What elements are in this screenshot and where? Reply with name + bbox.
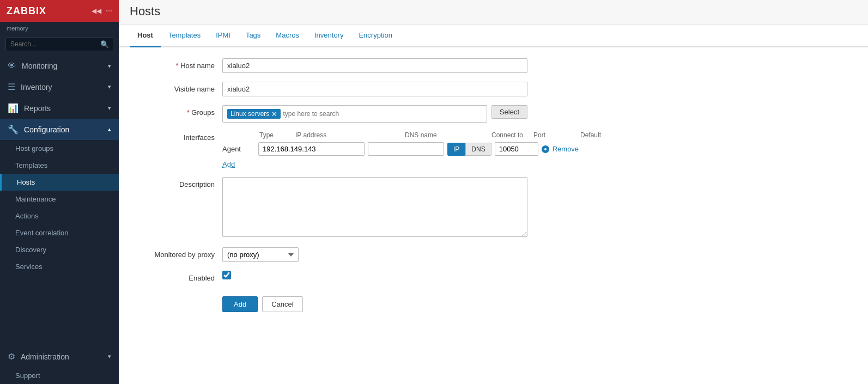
logo-icons: ◀◀ ⋯: [92, 7, 112, 15]
host-name-label: Host name: [135, 58, 222, 70]
sidebar-sub-actions[interactable]: Actions: [0, 208, 119, 224]
tab-encryption[interactable]: Encryption: [351, 25, 399, 47]
iface-header-connect: Connect to: [484, 131, 530, 139]
tab-ipmi[interactable]: IPMI: [208, 25, 238, 47]
interface-ip-input[interactable]: [258, 142, 365, 156]
visible-name-control: [222, 82, 527, 96]
reports-icon: 📊: [8, 103, 19, 113]
host-name-row: Host name: [135, 58, 852, 73]
groups-row: Groups Linux servers ✕ Select: [135, 105, 852, 123]
proxy-select[interactable]: (no proxy): [222, 247, 299, 262]
search-area: 🔍: [5, 37, 113, 51]
connect-ip-button[interactable]: IP: [447, 143, 465, 156]
inventory-icon: ☰: [8, 82, 15, 92]
add-interface-area: Add: [222, 160, 618, 168]
groups-field[interactable]: Linux servers ✕: [222, 105, 487, 123]
sidebar-item-configuration[interactable]: 🔧 Configuration ▴: [0, 119, 119, 140]
sidebar-item-administration[interactable]: ⚙ Administration ▾: [0, 346, 119, 367]
sidebar-sub-host-groups[interactable]: Host groups: [0, 140, 119, 157]
group-tag-linux-servers: Linux servers ✕: [227, 109, 281, 119]
sidebar-item-inventory[interactable]: ☰ Inventory ▾: [0, 76, 119, 97]
iface-header-port: Port: [533, 131, 577, 139]
form-buttons: Add Cancel: [135, 291, 852, 318]
sidebar-sub-services[interactable]: Services: [0, 258, 119, 275]
sidebar-sub-support[interactable]: Support: [0, 367, 119, 384]
menu-icon[interactable]: ⋯: [106, 7, 112, 15]
groups-label: Groups: [135, 105, 222, 117]
interface-dns-input[interactable]: [368, 142, 444, 156]
reports-arrow: ▾: [108, 105, 111, 112]
description-row: Description: [135, 177, 852, 239]
interfaces-header: Type IP address DNS name Connect to Port…: [222, 131, 618, 139]
collapse-icon[interactable]: ◀◀: [92, 7, 101, 15]
interface-default: [542, 145, 549, 153]
enabled-row: Enabled: [135, 271, 852, 282]
memory-label: memory: [0, 22, 119, 35]
sidebar-sub-maintenance[interactable]: Maintenance: [0, 191, 119, 208]
select-button[interactable]: Select: [491, 105, 527, 119]
add-button[interactable]: Add: [222, 296, 258, 312]
tab-tags[interactable]: Tags: [238, 25, 268, 47]
sidebar-item-reports[interactable]: 📊 Reports ▾: [0, 97, 119, 119]
proxy-label: Monitored by proxy: [135, 247, 222, 259]
sidebar-sub-templates[interactable]: Templates: [0, 157, 119, 174]
administration-label: Administration: [21, 352, 69, 361]
sidebar-sub-hosts[interactable]: Hosts: [0, 174, 119, 191]
visible-name-label: Visible name: [135, 82, 222, 93]
visible-name-input[interactable]: [222, 82, 527, 96]
administration-arrow: ▾: [108, 353, 111, 360]
interfaces-area: Type IP address DNS name Connect to Port…: [222, 131, 618, 168]
description-label: Description: [135, 177, 222, 188]
configuration-label: Configuration: [24, 125, 69, 134]
cancel-button[interactable]: Cancel: [262, 296, 302, 312]
tab-macros[interactable]: Macros: [268, 25, 307, 47]
sidebar: ZABBIX ◀◀ ⋯ memory 🔍 👁 Monitoring ▾ ☰ In…: [0, 0, 119, 384]
interfaces-label: Interfaces: [135, 131, 222, 142]
visible-name-row: Visible name: [135, 82, 852, 96]
page-content: Host Templates IPMI Tags Macros Inventor…: [119, 25, 868, 384]
groups-control: Linux servers ✕ Select: [222, 105, 527, 123]
iface-header-type: Type: [259, 131, 292, 139]
proxy-control: (no proxy): [222, 247, 527, 262]
interfaces-row: Interfaces Type IP address DNS name Conn…: [135, 131, 852, 168]
monitoring-label: Monitoring: [22, 62, 57, 70]
main-content: Hosts Host Templates IPMI Tags Macros In…: [119, 0, 868, 384]
search-icon: 🔍: [100, 40, 109, 48]
inventory-label: Inventory: [21, 83, 52, 92]
monitoring-icon: 👁: [8, 61, 16, 71]
enabled-checkbox[interactable]: [222, 271, 231, 279]
description-control: [222, 177, 527, 239]
form: Host name Visible name Groups Linux: [119, 47, 868, 328]
default-radio[interactable]: [542, 145, 549, 153]
page-title: Hosts: [130, 4, 857, 19]
interface-row-1: Agent IP DNS Remove: [222, 142, 618, 156]
enabled-label: Enabled: [135, 271, 222, 282]
add-interface-link[interactable]: Add: [222, 160, 235, 168]
sidebar-sub-discovery[interactable]: Discovery: [0, 241, 119, 258]
reports-label: Reports: [24, 104, 51, 113]
proxy-row: Monitored by proxy (no proxy): [135, 247, 852, 262]
enabled-control: [222, 271, 527, 281]
tab-templates[interactable]: Templates: [161, 25, 208, 47]
inventory-arrow: ▾: [108, 83, 111, 90]
interface-port-input[interactable]: [495, 142, 538, 156]
remove-interface-link[interactable]: Remove: [553, 145, 579, 153]
connect-btn-group: IP DNS: [447, 143, 491, 156]
administration-icon: ⚙: [8, 351, 15, 362]
sidebar-sub-event-correlation[interactable]: Event correlation: [0, 224, 119, 241]
groups-search-input[interactable]: [283, 110, 482, 118]
connect-dns-button[interactable]: DNS: [465, 143, 491, 156]
tab-host[interactable]: Host: [130, 25, 161, 47]
sidebar-item-monitoring[interactable]: 👁 Monitoring ▾: [0, 56, 119, 76]
search-input[interactable]: [5, 37, 113, 51]
description-textarea[interactable]: [222, 177, 527, 237]
iface-header-default: Default: [580, 131, 618, 139]
logo-area: ZABBIX ◀◀ ⋯: [0, 0, 119, 22]
interface-type-label: Agent: [222, 145, 255, 153]
host-name-input[interactable]: [222, 58, 527, 73]
configuration-icon: 🔧: [8, 124, 19, 135]
group-tag-remove[interactable]: ✕: [271, 111, 277, 118]
iface-header-dns: DNS name: [405, 131, 481, 139]
group-tag-label: Linux servers: [230, 110, 269, 118]
tab-inventory[interactable]: Inventory: [307, 25, 351, 47]
